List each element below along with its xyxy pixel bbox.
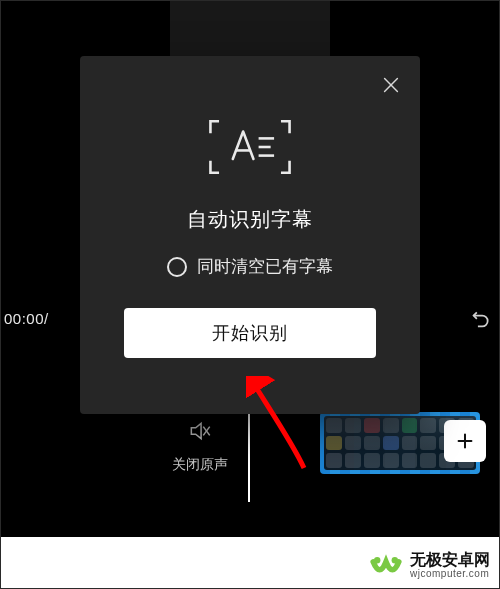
redo-icon <box>466 308 492 334</box>
subtitle-recognition-icon <box>207 112 293 182</box>
speaker-off-icon <box>187 430 213 447</box>
watermark-logo-icon <box>370 549 402 581</box>
dialog-title: 自动识别字幕 <box>80 206 420 233</box>
clear-existing-label: 同时清空已有字幕 <box>197 255 333 278</box>
site-watermark: 无极安卓网 wjcomputer.com <box>370 549 490 581</box>
radio-unchecked-icon <box>167 257 187 277</box>
plus-icon <box>454 430 476 452</box>
mute-label: 关闭原声 <box>140 456 260 474</box>
watermark-url: wjcomputer.com <box>410 568 490 579</box>
add-clip-button[interactable] <box>444 420 486 462</box>
auto-subtitle-dialog: 自动识别字幕 同时清空已有字幕 开始识别 <box>80 56 420 414</box>
video-preview-strip <box>170 0 330 60</box>
close-button[interactable] <box>374 68 408 102</box>
close-icon <box>380 74 402 96</box>
mute-original-audio[interactable]: 关闭原声 <box>140 418 260 474</box>
redo-button[interactable] <box>464 306 494 336</box>
clear-existing-option[interactable]: 同时清空已有字幕 <box>80 255 420 278</box>
timecode: 00:00/ <box>4 310 49 327</box>
start-recognition-button[interactable]: 开始识别 <box>124 308 376 358</box>
watermark-brand: 无极安卓网 <box>410 551 490 569</box>
